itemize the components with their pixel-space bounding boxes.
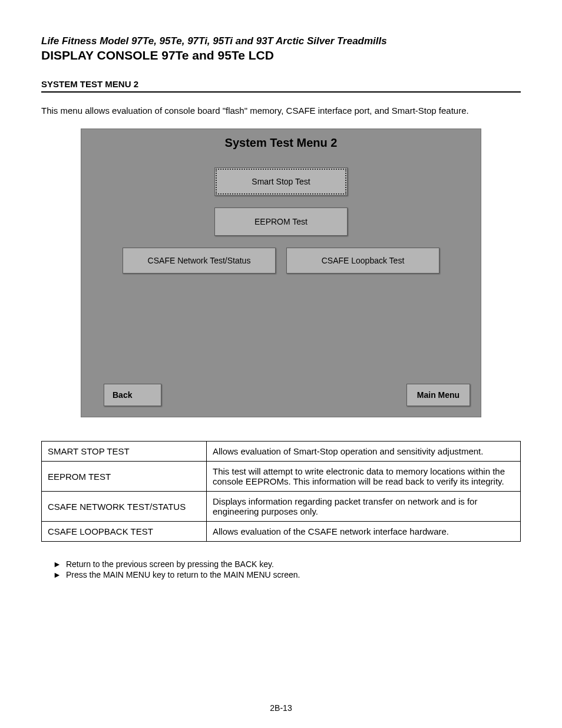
console-screen: System Test Menu 2 Smart Stop Test EEPRO… [81, 129, 481, 417]
button-label: Main Menu [417, 390, 459, 400]
smart-stop-test-button[interactable]: Smart Stop Test [214, 167, 348, 196]
csafe-network-test-button[interactable]: CSAFE Network Test/Status [123, 248, 276, 274]
button-label: EEPROM Test [254, 217, 308, 226]
header-subtitle: Life Fitness Model 97Te, 95Te, 97Ti, 95T… [41, 35, 521, 47]
arrow-icon: ► [53, 570, 64, 579]
note-item: ► Press the MAIN MENU key to return to t… [53, 570, 521, 579]
description-table: SMART STOP TEST Allows evaluation of Sma… [41, 441, 521, 542]
table-cell-label: EEPROM TEST [42, 462, 207, 492]
button-row: CSAFE Network Test/Status CSAFE Loopback… [81, 248, 481, 274]
table-cell-desc: Allows evaluation of Smart-Stop operatio… [207, 442, 521, 462]
table-row: SMART STOP TEST Allows evaluation of Sma… [42, 442, 521, 462]
header-title: DISPLAY CONSOLE 97Te and 95Te LCD [41, 48, 521, 62]
note-text: Return to the previous screen by pressin… [66, 559, 274, 569]
console-title: System Test Menu 2 [81, 136, 481, 150]
table-cell-label: CSAFE NETWORK TEST/STATUS [42, 492, 207, 522]
note-text: Press the MAIN MENU key to return to the… [66, 570, 300, 579]
table-row: EEPROM TEST This test will attempt to wr… [42, 462, 521, 492]
section-heading: SYSTEM TEST MENU 2 [41, 79, 521, 93]
notes-list: ► Return to the previous screen by press… [41, 559, 521, 579]
arrow-icon: ► [53, 559, 64, 569]
table-cell-desc: Displays information regarding packet tr… [207, 492, 521, 522]
table-row: CSAFE NETWORK TEST/STATUS Displays infor… [42, 492, 521, 522]
csafe-loopback-test-button[interactable]: CSAFE Loopback Test [286, 248, 439, 274]
intro-text: This menu allows evaluation of console b… [41, 106, 521, 116]
button-label: CSAFE Loopback Test [322, 256, 405, 265]
button-label: Back [113, 390, 132, 400]
table-cell-desc: This test will attempt to write electron… [207, 462, 521, 492]
table-cell-label: CSAFE LOOPBACK TEST [42, 522, 207, 542]
table-cell-desc: Allows evaluation of the CSAFE network i… [207, 522, 521, 542]
table-row: CSAFE LOOPBACK TEST Allows evaluation of… [42, 522, 521, 542]
page-number: 2B-13 [41, 703, 521, 713]
button-label: CSAFE Network Test/Status [148, 256, 251, 265]
back-button[interactable]: Back [104, 384, 161, 406]
button-label: Smart Stop Test [252, 177, 310, 186]
eeprom-test-button[interactable]: EEPROM Test [214, 207, 348, 236]
main-menu-button[interactable]: Main Menu [406, 384, 470, 406]
note-item: ► Return to the previous screen by press… [53, 559, 521, 569]
table-cell-label: SMART STOP TEST [42, 442, 207, 462]
